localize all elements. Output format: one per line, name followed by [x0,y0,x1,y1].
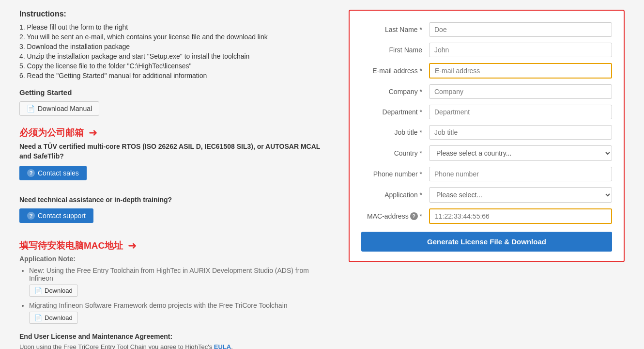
rtos-text: Need a TÜV certified multi-core RTOS (IS… [19,142,329,161]
left-panel: Instructions: Please fill out the form t… [19,10,329,349]
job-title-label: Job title * [361,128,429,136]
annotation2-text: 填写待安装电脑MAC地址 [19,239,123,252]
email-label: E-mail address * [361,67,429,75]
email-input[interactable] [429,63,612,79]
instruction-step: Read the "Getting Started" manual for ad… [19,72,329,79]
annotation1-arrow: ➜ [89,127,97,139]
first-name-row: First Name [361,43,612,57]
getting-started-title: Getting Started [19,88,329,96]
form-card: Last Name * First Name E-mail address * … [349,10,625,262]
training-text: Need technical assistance or in-depth tr… [19,196,329,204]
phone-label: Phone number * [361,170,429,178]
app-note-item2-text: Migrating Infineon Software Framework de… [29,301,288,309]
country-label: Country * [361,149,429,157]
application-label: Application * [361,191,429,199]
right-panel: Last Name * First Name E-mail address * … [349,10,625,262]
company-row: Company * [361,84,612,99]
mac-help-icon[interactable]: ? [410,212,418,220]
instruction-step: Unzip the installation package and start… [19,52,329,60]
last-name-input[interactable] [429,22,612,37]
training-section: Need technical assistance or in-depth tr… [19,196,329,231]
instructions-list: Please fill out the form to the rightYou… [19,23,329,79]
list-item: New: Using the Free Entry Toolchain from… [29,267,329,297]
mac-row: MAC-address ? * [361,208,612,224]
help-circle-icon2: ? [27,212,35,220]
rtos-section: Need a TÜV certified multi-core RTOS (IS… [19,142,329,188]
instructions-title: Instructions: [19,10,329,18]
department-label: Department * [361,108,429,116]
instruction-step: Copy the license file to the folder "C:\… [19,62,329,70]
app-note-section: Application Note: New: Using the Free En… [19,255,329,324]
app-note-title: Application Note: [19,255,329,263]
eula-section: End User License and Maintenance Agreeme… [19,333,329,349]
app-note-item1-text: New: Using the Free Entry Toolchain from… [29,267,309,282]
mac-label-container: MAC-address ? * [361,212,429,220]
job-title-input[interactable] [429,125,612,140]
file-icon3: 📄 [34,314,42,321]
instruction-step: You will be sent an e-mail, which contai… [19,33,329,41]
first-name-label: First Name [361,46,429,54]
contact-sales-button[interactable]: ? Contact sales [19,166,87,180]
company-input[interactable] [429,84,612,99]
annotation1-text: 必须为公司邮箱 [19,127,84,139]
department-input[interactable] [429,105,612,119]
phone-row: Phone number * [361,167,612,181]
country-row: Country * Please select a country...Germ… [361,145,612,161]
phone-input[interactable] [429,167,612,181]
download-button-1[interactable]: 📄 Download [29,285,78,297]
application-row: Application * Please select...Automotive… [361,187,612,203]
annotation2-row: 填写待安装电脑MAC地址 ➜ [19,239,329,252]
list-item: Migrating Infineon Software Framework de… [29,301,329,324]
mac-label: MAC-address [367,212,409,220]
contact-support-button[interactable]: ? Contact support [19,208,93,223]
last-name-row: Last Name * [361,22,612,37]
app-note-list: New: Using the Free Entry Toolchain from… [19,267,329,324]
eula-title: End User License and Maintenance Agreeme… [19,333,329,340]
file-icon: 📄 [27,105,35,112]
generate-button[interactable]: Generate License File & Download [361,232,612,252]
instruction-step: Download the installation package [19,43,329,50]
job-title-row: Job title * [361,125,612,140]
mac-input[interactable] [429,208,612,224]
file-icon2: 📄 [34,287,42,294]
country-select[interactable]: Please select a country...GermanyUSAChin… [429,145,612,161]
eula-link[interactable]: EULA [214,343,231,349]
last-name-label: Last Name * [361,26,429,33]
application-select[interactable]: Please select...AutomotiveIndustrialOthe… [429,187,612,203]
download-button-2[interactable]: 📄 Download [29,312,78,324]
first-name-input[interactable] [429,43,612,57]
annotation1-row: 必须为公司邮箱 ➜ [19,127,329,139]
company-label: Company * [361,88,429,95]
instruction-step: Please fill out the form to the right [19,23,329,31]
download-manual-button[interactable]: 📄 Download Manual [19,101,99,116]
annotation2-arrow: ➜ [128,239,137,252]
department-row: Department * [361,105,612,119]
eula-text: Upon using the Free TriCore Entry Tool C… [19,343,329,349]
help-circle-icon: ? [27,169,35,177]
email-row: E-mail address * [361,63,612,79]
